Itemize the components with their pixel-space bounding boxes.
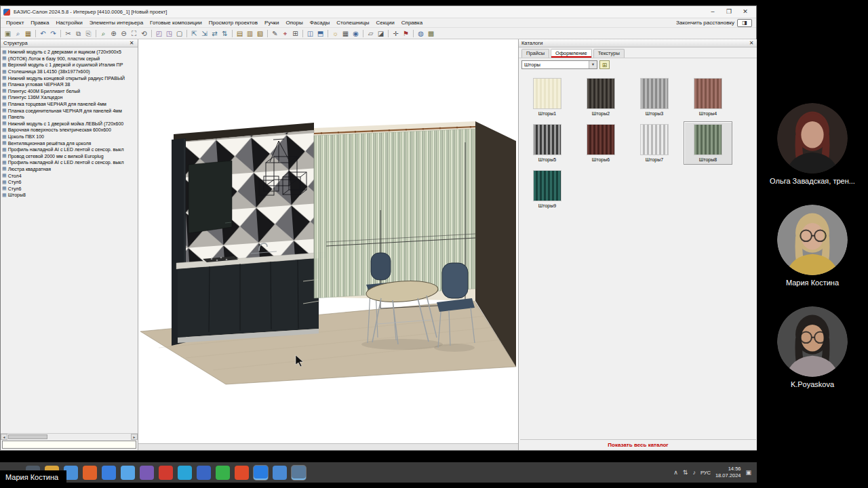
tree-item[interactable]: ▦Провод сетевой 2000 мм с вилкой Europlu… [2, 153, 138, 160]
yandex-icon[interactable] [159, 466, 173, 480]
app-icon[interactable] [235, 466, 249, 480]
maximize-button[interactable]: ❐ [721, 7, 737, 17]
toolbar-icon[interactable]: ⇅ [220, 28, 230, 39]
tree-item[interactable]: ▦Шторы8 [2, 192, 138, 199]
toolbar-icon[interactable]: ▱ [366, 28, 376, 39]
notification-center-icon[interactable]: ▣ [745, 469, 751, 476]
toolbar-icon[interactable]: ⬒ [315, 28, 326, 39]
tree-item[interactable]: ▦Стул6 [2, 179, 138, 186]
tree-item[interactable]: ▦Столешница 38 L4150 (38x1977x600) [2, 68, 138, 75]
toolbar-icon[interactable]: ▩ [426, 28, 436, 39]
menu-item[interactable]: Правка [27, 20, 52, 26]
toolbar-icon[interactable]: ⇲ [199, 28, 210, 39]
toolbar-icon[interactable]: ⌕ [98, 28, 108, 39]
tree-item[interactable]: ▦Нижний модуль с 2 дверками и ящиком (72… [2, 49, 138, 56]
toolbar-icon[interactable]: ✎ [270, 28, 280, 39]
minimize-button[interactable]: – [705, 7, 721, 17]
tree-item[interactable]: ▦Профиль накладной AI с LED лентой с сен… [2, 159, 138, 166]
app-icon[interactable] [121, 466, 135, 480]
toolbar-icon[interactable]: ⟲ [139, 28, 149, 39]
horizontal-scrollbar[interactable]: ◄ ► [1, 433, 138, 440]
close-icon[interactable]: ✕ [748, 40, 755, 46]
tree-item[interactable]: ▦Варочная поверхность электрическая 600x… [2, 127, 138, 134]
toolbar-icon[interactable]: ⇱ [189, 28, 199, 39]
close-icon[interactable]: ✕ [128, 40, 135, 46]
tree-item[interactable]: ▦Планка угловая ЧЕРНАЯ 38 [2, 81, 138, 88]
tree-item[interactable]: ▦(ЛОТОК) Лоток в базу 900, пластик серый [2, 56, 138, 62]
toolbar-icon[interactable]: ✛ [391, 28, 401, 39]
category-dropdown[interactable]: Шторы ▼ [521, 60, 597, 69]
telegram-icon[interactable] [178, 466, 192, 480]
skype-icon[interactable] [254, 466, 268, 480]
network-icon[interactable]: ⇅ [683, 469, 688, 476]
toolbar-icon[interactable]: ⌕ [13, 28, 23, 39]
tree-item[interactable]: ▦Планка соединительная ЧЕРНАЯ для панеле… [2, 107, 138, 114]
toolbar-icon[interactable]: ▣ [3, 28, 13, 39]
toolbar-icon[interactable]: ▤ [235, 28, 245, 39]
toolbar-icon[interactable]: ✂ [63, 28, 73, 39]
tree-item[interactable]: ▦Нижний модуль концевой открытый радиус … [2, 75, 138, 81]
tree-item[interactable]: ▦Люстра квадратная [2, 166, 138, 173]
catalog-item[interactable]: Шторы1 [523, 75, 572, 119]
toolbar-icon[interactable]: ◳ [164, 28, 174, 39]
tab-Прайсы[interactable]: Прайсы [521, 49, 549, 58]
firefox-icon[interactable] [83, 466, 97, 480]
volume-icon[interactable]: ♪ [692, 469, 696, 476]
toolbar-icon[interactable]: ◍ [416, 28, 426, 39]
scrollbar-thumb[interactable] [8, 434, 47, 439]
tree-item[interactable]: ▦Панель [2, 114, 138, 121]
clock[interactable]: 14:56 18.07.2024 [715, 466, 741, 479]
menu-item[interactable]: Столешницы [333, 20, 372, 26]
scroll-left-icon[interactable]: ◄ [1, 434, 7, 440]
toolbar-icon[interactable]: ◪ [376, 28, 386, 39]
menu-item[interactable]: Ручки [261, 20, 282, 26]
tree-item[interactable]: ▦Вентиляционная решётка для цоколя [2, 140, 138, 146]
toolbar-icon[interactable]: ▢ [174, 28, 184, 39]
tab-Оформление[interactable]: Оформление [551, 49, 592, 58]
structure-filter-field[interactable] [2, 441, 136, 449]
tray-expand-icon[interactable]: ∧ [673, 469, 678, 476]
viewport-3d[interactable] [138, 39, 518, 445]
menu-item[interactable]: Готовые композиции [146, 20, 205, 26]
toolbar-icon[interactable]: ⊞ [290, 28, 300, 39]
toolbar-icon[interactable]: ☼ [330, 28, 340, 39]
browse-catalog-button[interactable]: ⊞ [599, 60, 610, 69]
toolbar-icon[interactable]: ⧉ [73, 28, 83, 39]
finish-arrangement-button[interactable]: Закончить расстановку [676, 20, 734, 26]
catalog-item[interactable]: Шторы8 [684, 121, 732, 165]
menu-item[interactable]: Справка [398, 20, 426, 26]
toolbar-icon[interactable]: ⎘ [83, 28, 94, 39]
catalog-item[interactable]: Шторы5 [523, 121, 572, 165]
tree-item[interactable]: ▦Плинтус 400М Бриллиант белый [2, 88, 138, 95]
chevron-down-icon[interactable]: ▼ [589, 61, 597, 68]
toolbar-icon[interactable]: ⌖ [280, 28, 290, 39]
app-icon[interactable] [273, 466, 287, 480]
scroll-right-icon[interactable]: ► [131, 434, 138, 440]
menu-item[interactable]: Проект [3, 20, 27, 26]
bazis-app-icon[interactable] [292, 466, 306, 480]
close-button[interactable]: ✕ [737, 7, 753, 17]
app-icon[interactable] [102, 466, 116, 480]
tree-item[interactable]: ▦Стол4 [2, 172, 138, 179]
tree-item[interactable]: ▦Нижний модуль с 1 дверкой мойка ЛЕВЫЙ (… [2, 121, 138, 127]
app-icon[interactable] [140, 466, 154, 480]
tree-item[interactable]: ▦Цоколь ПВХ 100 [2, 134, 138, 140]
tree-item[interactable]: ▦Стул6 [2, 185, 138, 192]
toolbar-icon[interactable]: ▦ [23, 28, 33, 39]
catalog-item[interactable]: Шторы9 [523, 167, 572, 211]
toolbar-icon[interactable]: ◫ [305, 28, 315, 39]
menu-item[interactable]: Просмотр проектов [205, 20, 261, 26]
toolbar-icon[interactable]: ↶ [38, 28, 48, 39]
toolbar-icon[interactable]: ▦ [340, 28, 351, 39]
toolbar-icon[interactable]: ⛶ [129, 28, 139, 39]
toolbar-icon[interactable]: ◉ [351, 28, 361, 39]
tree-item[interactable]: ▦Планка торцевая ЧЕРНАЯ для панелей 4мм [2, 101, 138, 108]
catalog-item[interactable]: Шторы2 [576, 75, 625, 119]
catalog-item[interactable]: Шторы7 [630, 121, 679, 165]
catalog-item[interactable]: Шторы4 [684, 75, 732, 119]
doc-toggle-button[interactable]: ◨ [737, 19, 752, 27]
catalog-item[interactable]: Шторы6 [576, 121, 625, 165]
menu-item[interactable]: Элементы интерьера [86, 20, 146, 26]
menu-item[interactable]: Секции [373, 20, 398, 26]
toolbar-icon[interactable]: ▥ [245, 28, 255, 39]
